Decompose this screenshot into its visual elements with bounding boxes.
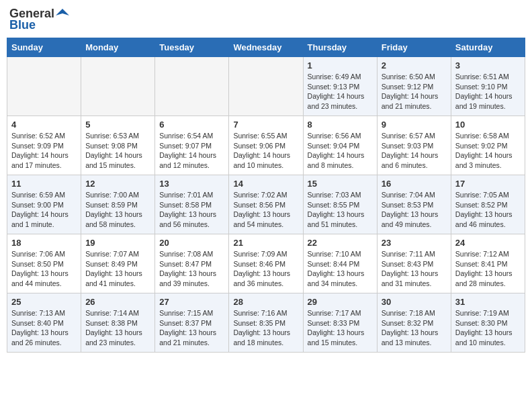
- calendar-cell: 27Sunrise: 7:15 AM Sunset: 8:37 PM Dayli…: [155, 293, 229, 353]
- day-info: Sunrise: 6:59 AM Sunset: 9:00 PM Dayligh…: [11, 190, 77, 230]
- calendar-week-row: 25Sunrise: 7:13 AM Sunset: 8:40 PM Dayli…: [7, 293, 525, 353]
- calendar-cell: 31Sunrise: 7:19 AM Sunset: 8:30 PM Dayli…: [451, 293, 525, 353]
- calendar-cell: 3Sunrise: 6:51 AM Sunset: 9:10 PM Daylig…: [451, 57, 525, 116]
- day-number: 23: [382, 238, 447, 248]
- calendar-cell: 2Sunrise: 6:50 AM Sunset: 9:12 PM Daylig…: [377, 57, 451, 116]
- calendar-week-row: 11Sunrise: 6:59 AM Sunset: 9:00 PM Dayli…: [7, 175, 525, 234]
- day-number: 4: [11, 120, 77, 130]
- weekday-header-thursday: Thursday: [303, 38, 377, 57]
- day-info: Sunrise: 7:08 AM Sunset: 8:47 PM Dayligh…: [159, 249, 224, 289]
- day-number: 31: [455, 297, 521, 307]
- day-number: 8: [308, 120, 373, 130]
- calendar-cell: 24Sunrise: 7:12 AM Sunset: 8:41 PM Dayli…: [451, 234, 525, 293]
- day-number: 15: [308, 179, 373, 189]
- calendar-cell: 25Sunrise: 7:13 AM Sunset: 8:40 PM Dayli…: [7, 293, 81, 353]
- logo: General Blue: [9, 7, 69, 32]
- day-number: 13: [159, 179, 224, 189]
- day-info: Sunrise: 7:13 AM Sunset: 8:40 PM Dayligh…: [11, 308, 77, 348]
- weekday-header-monday: Monday: [81, 38, 155, 57]
- day-info: Sunrise: 6:49 AM Sunset: 9:13 PM Dayligh…: [308, 72, 373, 111]
- calendar-cell: [7, 57, 81, 116]
- day-number: 17: [455, 179, 521, 189]
- logo-blue: Blue: [9, 18, 36, 32]
- calendar-week-row: 18Sunrise: 7:06 AM Sunset: 8:50 PM Dayli…: [7, 234, 525, 293]
- weekday-header-row: SundayMondayTuesdayWednesdayThursdayFrid…: [7, 38, 525, 57]
- day-number: 29: [308, 297, 373, 307]
- day-info: Sunrise: 7:05 AM Sunset: 8:52 PM Dayligh…: [455, 190, 521, 230]
- calendar-cell: 1Sunrise: 6:49 AM Sunset: 9:13 PM Daylig…: [303, 57, 377, 116]
- calendar-cell: 13Sunrise: 7:01 AM Sunset: 8:58 PM Dayli…: [155, 175, 229, 234]
- calendar-cell: 12Sunrise: 7:00 AM Sunset: 8:59 PM Dayli…: [81, 175, 155, 234]
- calendar-week-row: 4Sunrise: 6:52 AM Sunset: 9:09 PM Daylig…: [7, 116, 525, 175]
- day-info: Sunrise: 7:04 AM Sunset: 8:53 PM Dayligh…: [382, 190, 447, 230]
- calendar-cell: 28Sunrise: 7:16 AM Sunset: 8:35 PM Dayli…: [229, 293, 303, 353]
- calendar-cell: 11Sunrise: 6:59 AM Sunset: 9:00 PM Dayli…: [7, 175, 81, 234]
- calendar-cell: 18Sunrise: 7:06 AM Sunset: 8:50 PM Dayli…: [7, 234, 81, 293]
- day-info: Sunrise: 6:52 AM Sunset: 9:09 PM Dayligh…: [11, 131, 77, 171]
- day-number: 24: [455, 238, 521, 248]
- calendar-cell: 23Sunrise: 7:11 AM Sunset: 8:43 PM Dayli…: [377, 234, 451, 293]
- logo-bird-icon: [56, 7, 69, 21]
- day-number: 27: [159, 297, 224, 307]
- day-info: Sunrise: 7:07 AM Sunset: 8:49 PM Dayligh…: [85, 249, 150, 289]
- day-info: Sunrise: 6:57 AM Sunset: 9:03 PM Dayligh…: [382, 131, 447, 171]
- day-number: 25: [11, 297, 77, 307]
- calendar-cell: 17Sunrise: 7:05 AM Sunset: 8:52 PM Dayli…: [451, 175, 525, 234]
- calendar-week-row: 1Sunrise: 6:49 AM Sunset: 9:13 PM Daylig…: [7, 57, 525, 116]
- calendar-cell: 19Sunrise: 7:07 AM Sunset: 8:49 PM Dayli…: [81, 234, 155, 293]
- day-info: Sunrise: 7:09 AM Sunset: 8:46 PM Dayligh…: [233, 249, 298, 289]
- weekday-header-wednesday: Wednesday: [229, 38, 303, 57]
- calendar-cell: 9Sunrise: 6:57 AM Sunset: 9:03 PM Daylig…: [377, 116, 451, 175]
- day-info: Sunrise: 7:15 AM Sunset: 8:37 PM Dayligh…: [159, 308, 224, 348]
- day-number: 2: [382, 60, 447, 71]
- calendar-cell: 5Sunrise: 6:53 AM Sunset: 9:08 PM Daylig…: [81, 116, 155, 175]
- calendar-cell: 22Sunrise: 7:10 AM Sunset: 8:44 PM Dayli…: [303, 234, 377, 293]
- calendar-table: SundayMondayTuesdayWednesdayThursdayFrid…: [7, 38, 525, 353]
- day-info: Sunrise: 7:03 AM Sunset: 8:55 PM Dayligh…: [308, 190, 373, 230]
- day-number: 28: [233, 297, 298, 307]
- calendar-cell: [229, 57, 303, 116]
- day-number: 26: [85, 297, 150, 307]
- day-info: Sunrise: 7:14 AM Sunset: 8:38 PM Dayligh…: [85, 308, 150, 348]
- day-number: 12: [85, 179, 150, 189]
- day-info: Sunrise: 7:18 AM Sunset: 8:32 PM Dayligh…: [382, 308, 447, 348]
- day-info: Sunrise: 6:50 AM Sunset: 9:12 PM Dayligh…: [382, 72, 447, 111]
- calendar-cell: [155, 57, 229, 116]
- calendar-cell: [81, 57, 155, 116]
- day-number: 7: [233, 120, 298, 130]
- day-info: Sunrise: 7:12 AM Sunset: 8:41 PM Dayligh…: [455, 249, 521, 289]
- calendar-cell: 8Sunrise: 6:56 AM Sunset: 9:04 PM Daylig…: [303, 116, 377, 175]
- day-info: Sunrise: 6:56 AM Sunset: 9:04 PM Dayligh…: [308, 131, 373, 171]
- calendar-cell: 7Sunrise: 6:55 AM Sunset: 9:06 PM Daylig…: [229, 116, 303, 175]
- svg-marker-0: [56, 9, 69, 15]
- calendar-cell: 10Sunrise: 6:58 AM Sunset: 9:02 PM Dayli…: [451, 116, 525, 175]
- day-info: Sunrise: 6:53 AM Sunset: 9:08 PM Dayligh…: [85, 131, 150, 171]
- weekday-header-saturday: Saturday: [451, 38, 525, 57]
- day-number: 18: [11, 238, 77, 248]
- page-header: General Blue: [7, 7, 525, 32]
- day-number: 9: [382, 120, 447, 130]
- calendar-cell: 16Sunrise: 7:04 AM Sunset: 8:53 PM Dayli…: [377, 175, 451, 234]
- weekday-header-friday: Friday: [377, 38, 451, 57]
- day-number: 16: [382, 179, 447, 189]
- day-number: 6: [159, 120, 224, 130]
- weekday-header-sunday: Sunday: [7, 38, 81, 57]
- calendar-cell: 4Sunrise: 6:52 AM Sunset: 9:09 PM Daylig…: [7, 116, 81, 175]
- calendar-cell: 30Sunrise: 7:18 AM Sunset: 8:32 PM Dayli…: [377, 293, 451, 353]
- day-info: Sunrise: 7:19 AM Sunset: 8:30 PM Dayligh…: [455, 308, 521, 348]
- day-info: Sunrise: 6:58 AM Sunset: 9:02 PM Dayligh…: [455, 131, 521, 171]
- day-info: Sunrise: 7:00 AM Sunset: 8:59 PM Dayligh…: [85, 190, 150, 230]
- calendar-cell: 6Sunrise: 6:54 AM Sunset: 9:07 PM Daylig…: [155, 116, 229, 175]
- day-info: Sunrise: 7:11 AM Sunset: 8:43 PM Dayligh…: [382, 249, 447, 289]
- day-number: 22: [308, 238, 373, 248]
- day-number: 20: [159, 238, 224, 248]
- day-number: 1: [308, 60, 373, 71]
- weekday-header-tuesday: Tuesday: [155, 38, 229, 57]
- day-info: Sunrise: 7:17 AM Sunset: 8:33 PM Dayligh…: [308, 308, 373, 348]
- day-info: Sunrise: 7:10 AM Sunset: 8:44 PM Dayligh…: [308, 249, 373, 289]
- day-number: 14: [233, 179, 298, 189]
- day-info: Sunrise: 7:01 AM Sunset: 8:58 PM Dayligh…: [159, 190, 224, 230]
- day-number: 30: [382, 297, 447, 307]
- calendar-cell: 15Sunrise: 7:03 AM Sunset: 8:55 PM Dayli…: [303, 175, 377, 234]
- day-number: 5: [85, 120, 150, 130]
